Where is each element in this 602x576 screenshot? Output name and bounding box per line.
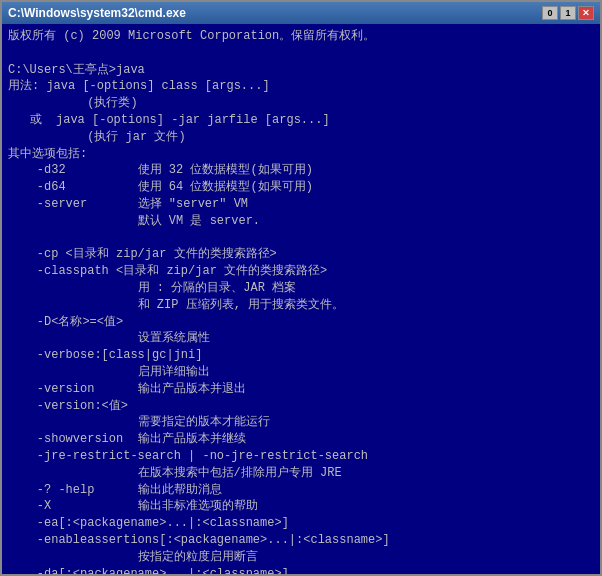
terminal-line: -? -help 输出此帮助消息 xyxy=(8,482,594,499)
terminal-line: 在版本搜索中包括/排除用户专用 JRE xyxy=(8,465,594,482)
terminal-line: -ea[:<packagename>...|:<classname>] xyxy=(8,515,594,532)
terminal-line: 用法: java [-options] class [args...] xyxy=(8,78,594,95)
terminal-line: 和 ZIP 压缩列表, 用于搜索类文件。 xyxy=(8,297,594,314)
terminal-line: -d64 使用 64 位数据模型(如果可用) xyxy=(8,179,594,196)
terminal-line xyxy=(8,230,594,247)
terminal-line: -da[:<packagename>...|:<classname>] xyxy=(8,566,594,575)
terminal-line: 版权所有 (c) 2009 Microsoft Corporation。保留所有… xyxy=(8,28,594,45)
terminal-line: -server 选择 "server" VM xyxy=(8,196,594,213)
terminal-line: -showversion 输出产品版本并继续 xyxy=(8,431,594,448)
terminal-line: 需要指定的版本才能运行 xyxy=(8,414,594,431)
terminal-line: -jre-restrict-search | -no-jre-restrict-… xyxy=(8,448,594,465)
terminal-line xyxy=(8,45,594,62)
terminal-line: 或 java [-options] -jar jarfile [args...] xyxy=(8,112,594,129)
title-bar: C:\Windows\system32\cmd.exe 0 1 ✕ xyxy=(2,2,600,24)
window: C:\Windows\system32\cmd.exe 0 1 ✕ 版权所有 (… xyxy=(0,0,602,576)
terminal-line: (执行类) xyxy=(8,95,594,112)
terminal-line: 用 : 分隔的目录、JAR 档案 xyxy=(8,280,594,297)
window-controls: 0 1 ✕ xyxy=(542,6,594,20)
cmd-window: C:\Windows\system32\cmd.exe 0 1 ✕ 版权所有 (… xyxy=(0,0,602,576)
title-text: C:\Windows\system32\cmd.exe xyxy=(8,6,186,20)
minimize-button[interactable]: 0 xyxy=(542,6,558,20)
terminal-line: 按指定的粒度启用断言 xyxy=(8,549,594,566)
maximize-button[interactable]: 1 xyxy=(560,6,576,20)
terminal-line: -version:<值> xyxy=(8,398,594,415)
terminal-line: 启用详细输出 xyxy=(8,364,594,381)
terminal-line: -X 输出非标准选项的帮助 xyxy=(8,498,594,515)
terminal-line: (执行 jar 文件) xyxy=(8,129,594,146)
terminal-line: -version 输出产品版本并退出 xyxy=(8,381,594,398)
terminal-line: 设置系统属性 xyxy=(8,330,594,347)
terminal-line: -D<名称>=<值> xyxy=(8,314,594,331)
terminal-content[interactable]: 版权所有 (c) 2009 Microsoft Corporation。保留所有… xyxy=(2,24,600,574)
terminal-line: -enableassertions[:<packagename>...|:<cl… xyxy=(8,532,594,549)
terminal-line: -verbose:[class|gc|jni] xyxy=(8,347,594,364)
terminal-line: -d32 使用 32 位数据模型(如果可用) xyxy=(8,162,594,179)
terminal-line: C:\Users\王亭点>java xyxy=(8,62,594,79)
terminal-line: -classpath <目录和 zip/jar 文件的类搜索路径> xyxy=(8,263,594,280)
close-button[interactable]: ✕ xyxy=(578,6,594,20)
terminal-line: -cp <目录和 zip/jar 文件的类搜索路径> xyxy=(8,246,594,263)
terminal-line: 默认 VM 是 server. xyxy=(8,213,594,230)
terminal-line: 其中选项包括: xyxy=(8,146,594,163)
